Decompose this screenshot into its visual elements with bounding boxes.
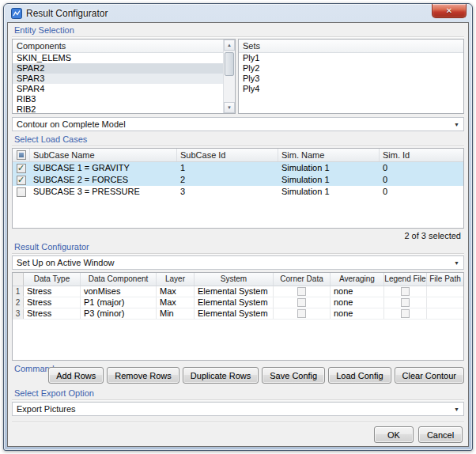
close-button[interactable]: ✕ (432, 4, 467, 18)
result-configurator-dialog: Result Configurator ✕ Entity Selection C… (3, 3, 473, 451)
component-item[interactable]: SKIN_ELEMS (13, 53, 235, 63)
set-item[interactable]: Ply3 (239, 74, 463, 84)
loadcase-table-header: SubCase Name SubCase Id Sim. Name Sim. I… (13, 149, 463, 162)
load-config-button[interactable]: Load Config (328, 367, 391, 384)
sets-list[interactable]: Sets Ply1 Ply2 Ply3 Ply4 (238, 39, 464, 114)
layer-cell[interactable]: Max (157, 286, 195, 297)
app-icon (11, 8, 22, 19)
section-label-result-configurator: Result Configurator (14, 242, 89, 252)
scroll-down-icon[interactable]: ▼ (224, 102, 235, 113)
select-all-cell (13, 149, 30, 161)
file-path-cell[interactable] (427, 308, 463, 319)
layer-cell[interactable]: Min (157, 308, 195, 319)
scrollbar-thumb[interactable] (225, 52, 234, 76)
sim-name: Simulation 1 (278, 174, 380, 186)
config-table-header: Data Type Data Component Layer System Co… (13, 273, 463, 286)
cancel-button[interactable]: Cancel (418, 426, 463, 443)
loadcase-row[interactable]: SUBCASE 3 = PRESSURE 3 Simulation 1 0 (13, 186, 463, 198)
component-item[interactable]: SPAR4 (13, 84, 235, 94)
legend-file-checkbox[interactable] (401, 309, 410, 318)
duplicate-rows-button[interactable]: Duplicate Rows (183, 367, 259, 384)
component-item[interactable]: SPAR3 (13, 74, 235, 84)
data-type-cell[interactable]: Stress (24, 308, 81, 319)
setup-mode-select[interactable]: Set Up on Active Window ▼ (12, 255, 464, 270)
save-config-button[interactable]: Save Config (262, 367, 325, 384)
config-row[interactable]: 3 Stress P3 (minor) Min Elemental System… (13, 308, 463, 320)
config-row[interactable]: 1 Stress vonMises Max Elemental System n… (13, 286, 463, 297)
loadcase-row[interactable]: ✓ SUBCASE 2 = FORCES 2 Simulation 1 0 (13, 174, 463, 186)
corner-data-cell (274, 308, 331, 319)
export-mode-select[interactable]: Export Pictures ▼ (12, 402, 464, 416)
data-component-cell[interactable]: P3 (minor) (81, 308, 157, 319)
config-row[interactable]: 2 Stress P1 (major) Max Elemental System… (13, 297, 463, 308)
components-scrollbar[interactable]: ▲ ▼ (223, 40, 235, 113)
data-component-cell[interactable]: vonMises (81, 286, 157, 297)
command-buttons: Add Rows Remove Rows Duplicate Rows Save… (48, 367, 464, 384)
row-checkbox[interactable]: ✓ (17, 164, 26, 173)
components-list[interactable]: Components SKIN_ELEMS SPAR2 SPAR3 SPAR4 … (12, 39, 236, 114)
divider (12, 146, 464, 146)
subcase-name: SUBCASE 1 = GRAVITY (30, 162, 177, 174)
subcase-id: 2 (177, 174, 278, 186)
averaging-cell[interactable]: none (331, 286, 384, 297)
checkbox-cell: ✓ (13, 162, 30, 174)
averaging-cell[interactable]: none (331, 297, 384, 308)
add-rows-button[interactable]: Add Rows (48, 367, 104, 384)
legend-file-checkbox[interactable] (401, 298, 410, 307)
setup-mode-value: Set Up on Active Window (17, 258, 115, 267)
component-item[interactable]: SPAR2 (13, 63, 235, 74)
row-checkbox[interactable]: ✓ (17, 176, 26, 185)
checkbox-cell: ✓ (13, 174, 30, 186)
legend-file-checkbox[interactable] (401, 287, 410, 296)
corner-data-cell (274, 286, 331, 297)
averaging-cell[interactable]: none (331, 308, 384, 319)
data-component-cell[interactable]: P1 (major) (81, 297, 157, 308)
indeterminate-mark (19, 153, 24, 157)
column-header-sim-name: Sim. Name (278, 149, 380, 161)
column-header-layer: Layer (157, 273, 195, 286)
check-icon: ✓ (17, 162, 25, 174)
divider (12, 253, 464, 254)
component-item[interactable]: RIB3 (13, 94, 235, 104)
set-item[interactable]: Ply1 (239, 53, 463, 63)
selection-status: 2 of 3 selected (404, 231, 461, 240)
column-header-corner-data: Corner Data (274, 273, 331, 286)
legend-file-cell (384, 308, 427, 319)
corner-data-checkbox[interactable] (297, 298, 306, 307)
row-checkbox[interactable] (17, 187, 26, 197)
scroll-up-icon[interactable]: ▲ (224, 40, 235, 51)
system-cell[interactable]: Elemental System (195, 308, 274, 319)
divider (12, 422, 464, 422)
clear-contour-button[interactable]: Clear Contour (395, 367, 464, 384)
dialog-body: Entity Selection Components SKIN_ELEMS S… (7, 22, 469, 447)
divider (12, 399, 464, 400)
titlebar[interactable]: Result Configurator (4, 4, 472, 22)
column-header-system: System (195, 273, 274, 286)
set-item[interactable]: Ply4 (239, 84, 463, 94)
data-type-cell[interactable]: Stress (24, 286, 81, 297)
column-header-averaging: Averaging (331, 273, 384, 286)
corner-data-checkbox[interactable] (297, 309, 306, 318)
component-item[interactable]: RIB2 (13, 104, 235, 114)
file-path-cell[interactable] (427, 297, 463, 308)
system-cell[interactable]: Elemental System (195, 297, 274, 308)
section-label-load-cases: Select Load Cases (14, 134, 87, 144)
layer-cell[interactable]: Max (157, 297, 195, 308)
data-type-cell[interactable]: Stress (24, 297, 81, 308)
set-item[interactable]: Ply2 (239, 63, 463, 74)
corner-data-checkbox[interactable] (297, 287, 306, 296)
config-table: Data Type Data Component Layer System Co… (12, 272, 464, 361)
remove-rows-button[interactable]: Remove Rows (107, 367, 179, 384)
row-number: 3 (13, 308, 24, 319)
section-label-export-option: Select Export Option (14, 388, 94, 398)
select-all-checkbox[interactable] (17, 150, 26, 160)
row-number: 1 (13, 286, 24, 297)
system-cell[interactable]: Elemental System (195, 286, 274, 297)
ok-button[interactable]: OK (374, 426, 414, 443)
loadcase-row[interactable]: ✓ SUBCASE 1 = GRAVITY 1 Simulation 1 0 (13, 162, 463, 174)
close-icon: ✕ (446, 7, 452, 15)
contour-mode-select[interactable]: Contour on Complete Model ▼ (12, 117, 464, 131)
subcase-name: SUBCASE 2 = FORCES (30, 174, 177, 186)
subcase-id: 3 (177, 186, 278, 198)
file-path-cell[interactable] (427, 286, 463, 297)
